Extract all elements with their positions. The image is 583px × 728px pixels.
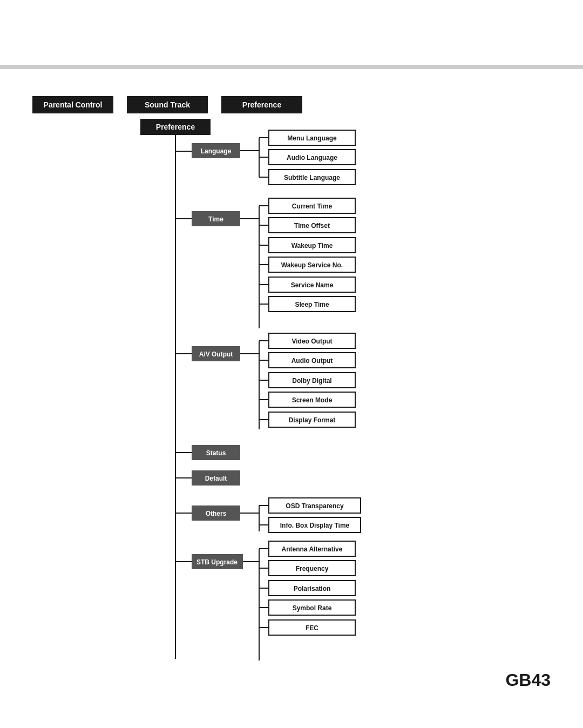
polarisation-label: Polarisation [294,585,331,592]
fec-label: FEC [306,624,318,632]
current-time-label: Current Time [292,203,333,210]
top-bar [0,65,583,69]
tab-parental-control[interactable]: Parental Control [32,96,113,113]
time-label: Time [208,215,223,223]
av-output-label: A/V Output [199,350,233,358]
time-offset-label: Time Offset [294,222,330,230]
wakeup-time-label: Wakeup Time [292,242,333,250]
status-label: Status [206,449,226,457]
audio-language-label: Audio Language [287,154,337,161]
others-label: Others [206,510,227,517]
screen-mode-label: Screen Mode [292,396,333,404]
sleep-time-label: Sleep Time [295,301,329,308]
osd-transparency-label: OSD Transparency [286,502,344,510]
nav-area: Parental Control Sound Track Preference [32,96,551,113]
video-output-label: Video Output [292,338,332,345]
wakeup-service-label: Wakeup Service No. [281,261,343,269]
tree-diagram: Preference Language Menu Language Audio … [140,119,583,686]
language-label: Language [201,147,232,155]
antenna-alternative-label: Antenna Alternative [282,545,343,553]
nav-tabs-row: Parental Control Sound Track Preference [32,96,316,113]
tab-preference[interactable]: Preference [221,96,302,113]
preference-label: Preference [156,123,195,131]
subtitle-language-label: Subtitle Language [284,174,340,181]
service-name-label: Service Name [291,281,334,289]
default-label: Default [205,475,227,482]
page-number: GB43 [505,670,551,690]
tab-sound-track[interactable]: Sound Track [127,96,208,113]
audio-output-label: Audio Output [292,357,333,365]
display-format-label: Display Format [289,416,336,424]
info-box-display-label: Info. Box Display Time [280,522,350,529]
symbol-rate-label: Symbol Rate [293,604,332,612]
dolby-digital-label: Dolby Digital [292,377,331,385]
frequency-label: Frequency [296,565,329,572]
menu-language-label: Menu Language [287,134,337,142]
stb-upgrade-label: STB Upgrade [196,558,238,566]
